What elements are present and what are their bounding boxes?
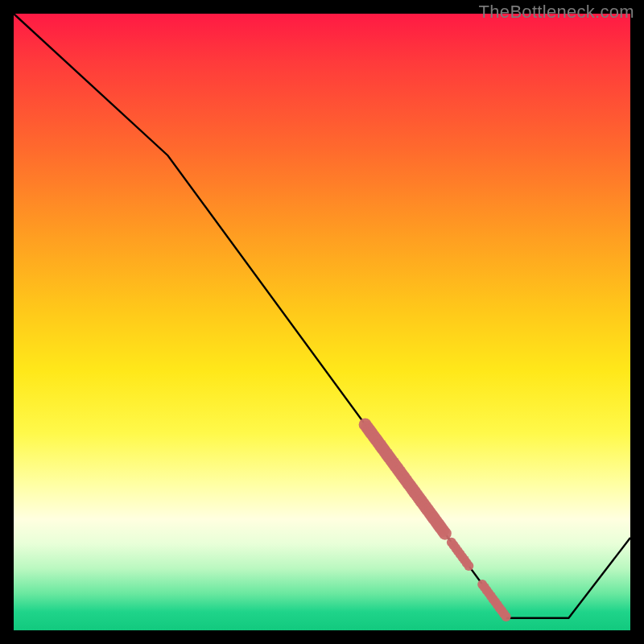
series-line (14, 14, 630, 618)
watermark-text: TheBottleneck.com (479, 2, 634, 23)
svg-point-58 (502, 612, 511, 621)
svg-point-46 (464, 561, 473, 571)
chart-overlay (14, 14, 630, 630)
marker-dots (359, 418, 511, 621)
chart-container: TheBottleneck.com (0, 0, 644, 644)
